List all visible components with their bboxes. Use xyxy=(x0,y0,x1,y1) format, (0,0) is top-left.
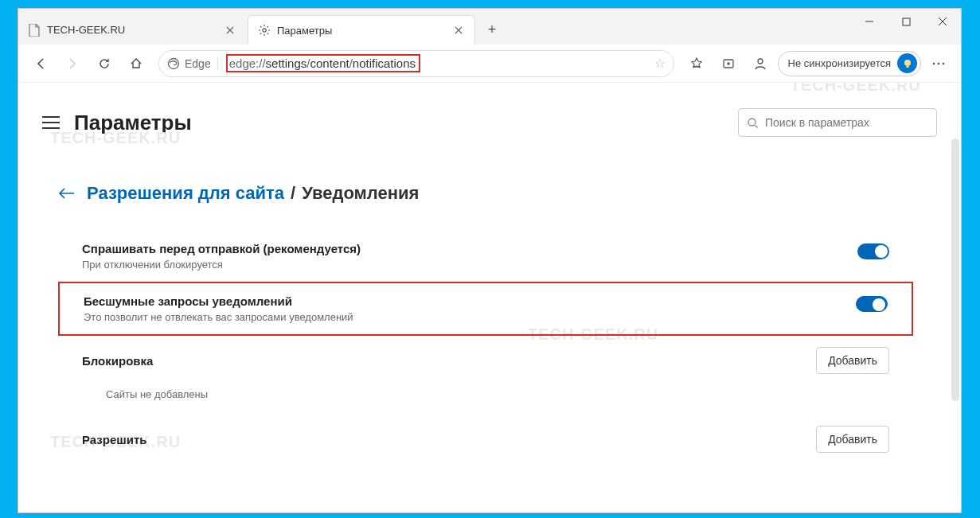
refresh-button[interactable] xyxy=(90,49,119,78)
url-highlight: edge:// settings / content / notificatio… xyxy=(226,54,420,72)
window-controls xyxy=(851,9,961,34)
setting-quiet-requests: Бесшумные запросы уведомлений Это позвол… xyxy=(58,282,913,336)
minimize-button[interactable] xyxy=(851,9,888,34)
breadcrumb: Разрешения для сайта / Уведомления xyxy=(58,183,913,204)
svg-point-5 xyxy=(904,60,911,66)
add-allow-button[interactable]: Добавить xyxy=(816,426,889,453)
url-seg: content xyxy=(310,56,349,70)
svg-point-10 xyxy=(748,119,755,126)
section-title: Разрешить xyxy=(82,433,147,446)
svg-point-9 xyxy=(943,62,945,64)
edge-badge-label: Edge xyxy=(185,57,211,70)
sync-status[interactable]: Не синхронизируется xyxy=(778,51,921,76)
setting-text: Бесшумные запросы уведомлений Это позвол… xyxy=(84,294,856,323)
home-button[interactable] xyxy=(122,49,150,78)
url-display: edge:// settings / content / notificatio… xyxy=(218,54,666,72)
new-tab-button[interactable]: + xyxy=(480,18,504,41)
toolbar: Edge edge:// settings / content / notifi… xyxy=(18,45,961,83)
svg-point-4 xyxy=(758,59,763,64)
setting-text: Спрашивать перед отправкой (рекомендуетс… xyxy=(82,242,857,271)
edge-badge: Edge xyxy=(167,57,218,70)
tab-title: TECH-GEEK.RU xyxy=(47,24,217,36)
settings-page-body: Разрешения для сайта / Уведомления Спраш… xyxy=(18,151,961,458)
page-icon xyxy=(28,24,41,37)
edge-icon xyxy=(167,57,180,70)
settings-title: Параметры xyxy=(74,111,192,135)
toggle-quiet-requests[interactable] xyxy=(856,296,888,312)
svg-point-8 xyxy=(938,62,940,64)
section-title: Блокировка xyxy=(82,354,153,368)
sync-label: Не синхронизируется xyxy=(788,57,891,69)
tab-techgeek[interactable]: TECH-GEEK.RU xyxy=(18,15,246,45)
block-empty-message: Сайты не добавлены xyxy=(58,385,913,415)
settings-header: Параметры xyxy=(18,83,961,151)
bulb-icon xyxy=(897,53,917,73)
tab-strip: TECH-GEEK.RU Параметры + xyxy=(18,9,961,45)
row-title: Спрашивать перед отправкой (рекомендуетс… xyxy=(82,242,857,255)
maximize-button[interactable] xyxy=(888,9,924,34)
tab-title: Параметры xyxy=(277,25,446,37)
svg-rect-1 xyxy=(903,18,910,25)
row-subtitle: Это позволит не отвлекать вас запросами … xyxy=(84,311,856,323)
back-button[interactable] xyxy=(26,49,55,78)
address-bar[interactable]: Edge edge:// settings / content / notifi… xyxy=(158,50,674,77)
tab-settings[interactable]: Параметры xyxy=(248,15,475,45)
section-allow: Разрешить Добавить xyxy=(58,415,913,458)
row-subtitle: При отключении блокируется xyxy=(82,259,857,271)
breadcrumb-sep: / xyxy=(291,183,295,204)
browser-window: TECH-GEEK.RU Параметры + xyxy=(18,8,962,513)
svg-point-0 xyxy=(263,29,266,32)
breadcrumb-current: Уведомления xyxy=(302,183,419,204)
favorite-star-icon[interactable]: ☆ xyxy=(654,56,666,71)
close-icon[interactable] xyxy=(224,24,236,37)
scrollbar[interactable] xyxy=(951,138,959,401)
collections-button[interactable] xyxy=(714,49,743,78)
svg-rect-6 xyxy=(906,66,908,68)
hamburger-icon[interactable] xyxy=(42,116,60,129)
url-seg: notifications xyxy=(353,56,416,70)
section-block: Блокировка Добавить xyxy=(58,336,913,385)
forward-button xyxy=(58,49,87,78)
settings-search-input[interactable] xyxy=(765,116,928,129)
settings-content: TECH-GEEK.RU TECH-GEEK.RU TECH-GEEK.RU T… xyxy=(18,83,961,512)
svg-point-7 xyxy=(933,62,935,64)
gear-icon xyxy=(258,24,271,37)
setting-ask-before: Спрашивать перед отправкой (рекомендуетс… xyxy=(58,231,913,282)
toggle-ask-before[interactable] xyxy=(857,243,889,259)
settings-search[interactable] xyxy=(738,108,937,137)
url-seg: settings xyxy=(266,56,307,70)
close-icon[interactable] xyxy=(452,24,465,37)
add-block-button[interactable]: Добавить xyxy=(816,347,889,374)
favorites-button[interactable] xyxy=(682,49,711,78)
search-icon xyxy=(747,117,759,129)
close-window-button[interactable] xyxy=(924,9,961,34)
back-arrow-icon[interactable] xyxy=(58,187,76,200)
profile-button[interactable] xyxy=(746,49,775,78)
url-proto: edge:// xyxy=(229,56,266,70)
row-title: Бесшумные запросы уведомлений xyxy=(84,294,856,308)
breadcrumb-link[interactable]: Разрешения для сайта xyxy=(87,183,284,204)
more-button[interactable] xyxy=(924,49,953,78)
